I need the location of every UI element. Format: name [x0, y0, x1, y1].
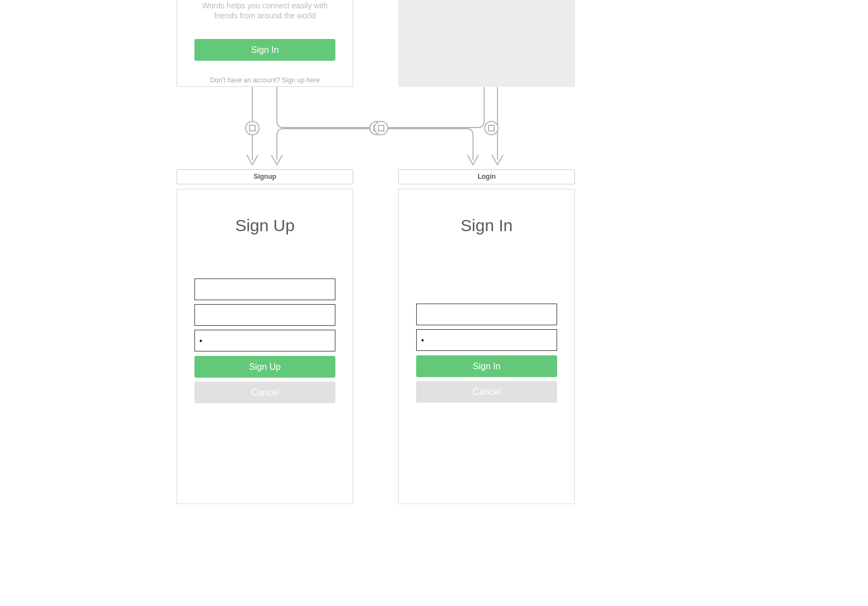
svg-rect-4: [374, 125, 379, 131]
login-submit-button[interactable]: Sign In: [416, 355, 557, 377]
svg-point-1: [246, 121, 259, 135]
login-title: Sign In: [416, 216, 557, 235]
signup-field-1[interactable]: [194, 278, 335, 300]
signup-submit-button[interactable]: Sign Up: [194, 356, 335, 378]
screen-label-signup[interactable]: Signup: [177, 169, 353, 184]
signup-field-3[interactable]: [194, 330, 335, 351]
signup-cancel-button[interactable]: Cancel: [194, 382, 335, 403]
screen-label-login[interactable]: Login: [398, 169, 575, 184]
login-field-2[interactable]: [416, 329, 557, 351]
svg-rect-6: [378, 125, 384, 131]
intro-signup-link[interactable]: Don't have an account? Sign up here: [194, 76, 335, 84]
signup-card: Sign Up Sign Up Cancel: [177, 189, 353, 504]
svg-point-8: [485, 121, 498, 135]
svg-point-3: [370, 121, 383, 135]
svg-point-5: [374, 121, 388, 135]
signup-field-2[interactable]: [194, 304, 335, 326]
intro-tagline: Words helps you connect easily with frie…: [194, 1, 335, 21]
login-card: Sign In Sign In Cancel: [398, 189, 575, 504]
placeholder-card: [398, 0, 575, 87]
svg-rect-9: [489, 125, 494, 131]
signup-title: Sign Up: [194, 216, 335, 235]
svg-rect-2: [250, 125, 255, 131]
intro-signin-button[interactable]: Sign In: [194, 39, 335, 61]
intro-card: Words helps you connect easily with frie…: [177, 0, 353, 87]
login-field-1[interactable]: [416, 304, 557, 325]
login-cancel-button[interactable]: Cancel: [416, 381, 557, 403]
